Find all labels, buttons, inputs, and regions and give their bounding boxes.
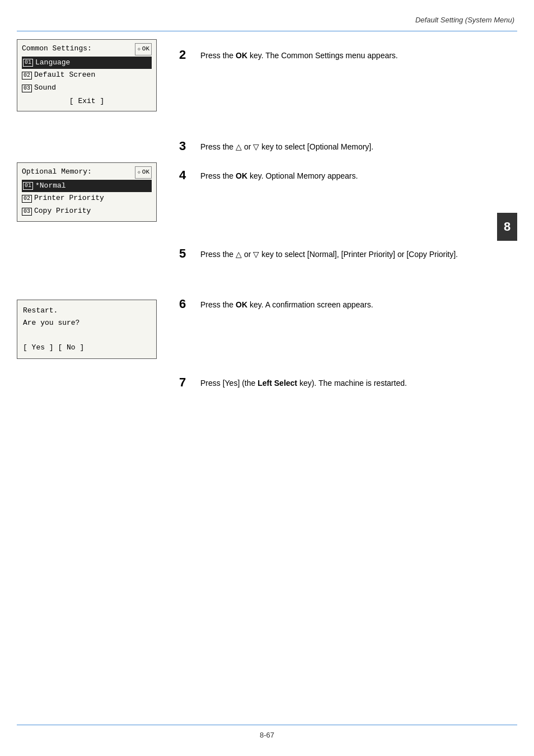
restart-line3 xyxy=(23,329,151,342)
default-screen-label: Default Screen xyxy=(34,69,95,81)
step-6-text: Press the OK key. A confirmation screen … xyxy=(200,297,373,311)
main-content: Common Settings: ⬦OK 01 Language 02 Defa… xyxy=(17,39,517,717)
menu-item-printer-priority: 02 Printer Priority xyxy=(22,192,152,205)
header-title: Default Setting (System Menu) xyxy=(415,16,514,24)
ok-button-2: ⬦OK xyxy=(135,166,152,179)
common-settings-title: Common Settings: xyxy=(22,43,92,55)
lcd-header-2: Optional Memory: ⬦OK xyxy=(22,166,152,179)
step-4-number: 4 xyxy=(179,168,195,183)
page-number: 8-67 xyxy=(260,731,274,739)
step-2-number: 2 xyxy=(179,48,195,62)
step-4-bold: OK xyxy=(236,171,247,180)
step-7-bold: Left Select xyxy=(257,379,297,388)
step-3: 3 Press the △ or ▽ key to select [Option… xyxy=(179,139,373,153)
step-5: 5 Press the △ or ▽ key to select [Normal… xyxy=(179,246,458,261)
step-6-number: 6 xyxy=(179,297,195,311)
row-num-02b: 02 xyxy=(22,195,32,203)
normal-label: *Normal xyxy=(35,180,66,192)
common-settings-screen: Common Settings: ⬦OK 01 Language 02 Defa… xyxy=(17,39,157,111)
menu-item-language: 01 Language xyxy=(22,57,152,69)
optional-memory-screen: Optional Memory: ⬦OK 01 *Normal 02 Print… xyxy=(17,162,157,222)
optional-memory-title: Optional Memory: xyxy=(22,166,92,178)
lcd-header-1: Common Settings: ⬦OK xyxy=(22,43,152,55)
restart-line1: Restart. xyxy=(23,305,151,317)
sound-label: Sound xyxy=(34,82,56,94)
lcd-footer-1: [ Exit ] xyxy=(22,96,152,108)
step-3-number: 3 xyxy=(179,139,195,153)
row-num-03b: 03 xyxy=(22,208,32,216)
step-4: 4 Press the OK key. Optional Memory appe… xyxy=(179,168,358,183)
step-3-text: Press the △ or ▽ key to select [Optional… xyxy=(200,139,373,153)
step-2-bold: OK xyxy=(236,51,247,60)
exit-label: [ Exit ] xyxy=(69,97,104,105)
menu-item-sound: 03 Sound xyxy=(22,82,152,95)
bottom-rule xyxy=(17,725,517,725)
arrow-icon-1: ⬦ xyxy=(137,44,141,54)
step-6: 6 Press the OK key. A confirmation scree… xyxy=(179,297,373,311)
step-4-text: Press the OK key. Optional Memory appear… xyxy=(200,168,358,182)
menu-item-copy-priority: 03 Copy Priority xyxy=(22,205,152,218)
step-7-text: Press [Yes] (the Left Select key). The m… xyxy=(200,375,407,389)
restart-screen: Restart. Are you sure? [ Yes ] [ No ] xyxy=(17,300,157,359)
ok-button-1: ⬦OK xyxy=(135,43,152,55)
step-2-text: Press the OK key. The Common Settings me… xyxy=(200,48,398,62)
copy-priority-label: Copy Priority xyxy=(34,206,91,217)
restart-line2: Are you sure? xyxy=(23,317,151,329)
printer-priority-label: Printer Priority xyxy=(34,193,104,204)
row-num-02: 02 xyxy=(22,72,32,80)
step-6-bold: OK xyxy=(236,300,247,309)
language-label: Language xyxy=(35,57,70,69)
arrow-icon-2: ⬦ xyxy=(137,167,141,178)
menu-item-default-screen: 02 Default Screen xyxy=(22,69,152,82)
step-2: 2 Press the OK key. The Common Settings … xyxy=(179,48,398,62)
top-rule xyxy=(17,31,517,31)
row-num-01: 01 xyxy=(23,59,33,67)
row-num-01b: 01 xyxy=(23,182,33,190)
step-5-text: Press the △ or ▽ key to select [Normal],… xyxy=(200,246,458,260)
row-num-03: 03 xyxy=(22,85,32,92)
restart-footer: [ Yes ] [ No ] xyxy=(23,342,151,354)
step-5-number: 5 xyxy=(179,246,195,261)
menu-item-normal: 01 *Normal xyxy=(22,180,152,193)
step-7: 7 Press [Yes] (the Left Select key). The… xyxy=(179,375,407,390)
step-7-number: 7 xyxy=(179,375,195,390)
